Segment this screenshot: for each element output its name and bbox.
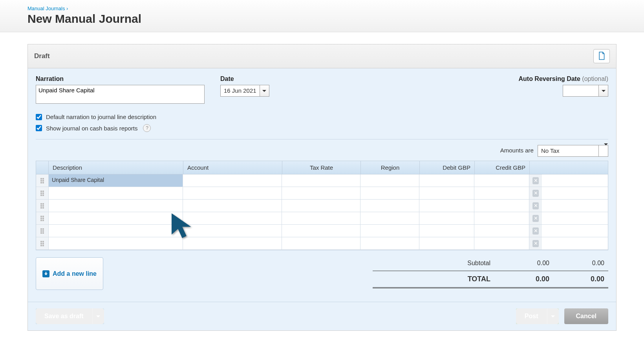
totals: Subtotal 0.00 0.00 TOTAL 0.00 0.00 — [373, 257, 608, 290]
post-dropdown[interactable] — [547, 308, 559, 324]
cell-region[interactable] — [360, 187, 419, 199]
cell-description[interactable] — [49, 225, 183, 237]
col-account: Account — [183, 161, 282, 174]
cell-account[interactable] — [183, 225, 282, 237]
delete-row-button[interactable]: ✕ — [529, 212, 542, 224]
optional-hint: (optional) — [582, 75, 608, 82]
table-row[interactable]: Unpaid Share Capital✕ — [36, 174, 608, 187]
cell-account[interactable] — [183, 187, 282, 199]
date-group: Date 16 Jun 2021 — [220, 75, 269, 105]
cell-debit[interactable] — [419, 237, 474, 249]
date-dropdown-trigger[interactable] — [260, 85, 269, 96]
cell-debit[interactable] — [419, 174, 474, 187]
attach-file-button[interactable] — [593, 49, 610, 63]
cell-taxrate[interactable] — [282, 237, 360, 249]
table-row[interactable]: ✕ — [36, 187, 608, 200]
cell-description[interactable] — [49, 212, 183, 224]
cell-region[interactable] — [360, 237, 419, 249]
delete-row-button[interactable]: ✕ — [529, 187, 542, 199]
drag-handle[interactable] — [36, 200, 49, 212]
delete-row-button[interactable]: ✕ — [529, 174, 542, 187]
cell-taxrate[interactable] — [282, 187, 360, 199]
journal-lines-grid: Description Account Tax Rate Region Debi… — [36, 161, 608, 250]
close-icon: ✕ — [532, 227, 539, 235]
post-button[interactable]: Post — [516, 308, 547, 324]
save-draft-button[interactable]: Save as draft — [36, 308, 92, 324]
drag-handle[interactable] — [36, 212, 49, 224]
cell-taxrate[interactable] — [282, 212, 360, 224]
cell-credit[interactable] — [474, 212, 529, 224]
cell-region[interactable] — [360, 200, 419, 212]
cell-account[interactable] — [183, 200, 282, 212]
cell-description[interactable] — [49, 237, 183, 249]
cell-taxrate[interactable] — [282, 200, 360, 212]
drag-handle[interactable] — [36, 174, 49, 187]
cell-debit[interactable] — [419, 187, 474, 199]
cell-region[interactable] — [360, 174, 419, 187]
col-debit: Debit GBP — [419, 161, 474, 174]
post-split: Post — [516, 308, 559, 324]
drag-handle[interactable] — [36, 237, 49, 249]
drag-handle[interactable] — [36, 187, 49, 199]
reversing-dropdown-trigger[interactable] — [598, 85, 608, 96]
cell-account[interactable] — [183, 237, 282, 249]
reversing-label: Auto Reversing Date (optional) — [518, 75, 608, 82]
cell-credit[interactable] — [474, 187, 529, 199]
breadcrumb-link[interactable]: Manual Journals — [27, 6, 65, 11]
panel-header: Draft — [28, 44, 616, 68]
add-line-label: Add a new line — [53, 270, 97, 277]
cell-debit[interactable] — [419, 200, 474, 212]
date-value[interactable]: 16 Jun 2021 — [221, 85, 260, 96]
cell-taxrate[interactable] — [282, 174, 360, 187]
cell-region[interactable] — [360, 225, 419, 237]
add-line-button[interactable]: Add a new line — [36, 257, 103, 290]
cell-account[interactable] — [183, 212, 282, 224]
cash-basis-checkbox[interactable] — [36, 125, 42, 131]
narration-label: Narration — [36, 75, 205, 82]
total-label: TOTAL — [373, 275, 498, 283]
breadcrumb-sep: › — [66, 6, 68, 11]
delete-row-button[interactable]: ✕ — [529, 200, 542, 212]
delete-row-button[interactable]: ✕ — [529, 225, 542, 237]
cell-debit[interactable] — [419, 225, 474, 237]
close-icon: ✕ — [532, 190, 539, 197]
cell-description[interactable]: Unpaid Share Capital — [49, 174, 183, 187]
cell-account[interactable] — [183, 174, 282, 187]
cell-region[interactable] — [360, 212, 419, 224]
subtotal-debit: 0.00 — [498, 260, 553, 267]
cell-credit[interactable] — [474, 225, 529, 237]
subtotal-credit: 0.00 — [553, 260, 608, 267]
grid-header: Description Account Tax Rate Region Debi… — [36, 161, 608, 174]
plus-icon — [42, 270, 49, 277]
tax-value: No Tax — [538, 145, 598, 156]
reversing-group: Auto Reversing Date (optional) — [518, 75, 608, 105]
tax-dropdown-trigger[interactable] — [598, 145, 608, 156]
cell-credit[interactable] — [474, 237, 529, 249]
cash-basis-label: Show journal on cash basis reports — [46, 125, 137, 132]
delete-row-button[interactable]: ✕ — [529, 237, 542, 249]
narration-input[interactable] — [36, 85, 205, 104]
reversing-value[interactable] — [563, 85, 598, 96]
cell-description[interactable] — [49, 187, 183, 199]
total-credit: 0.00 — [553, 275, 608, 283]
table-row[interactable]: ✕ — [36, 212, 608, 225]
reversing-date-picker[interactable] — [563, 85, 608, 97]
tax-select[interactable]: No Tax — [538, 145, 608, 157]
table-row[interactable]: ✕ — [36, 200, 608, 212]
date-label: Date — [220, 75, 269, 82]
col-region: Region — [360, 161, 419, 174]
page-header: Manual Journals › New Manual Journal — [0, 0, 644, 32]
cell-description[interactable] — [49, 200, 183, 212]
table-row[interactable]: ✕ — [36, 237, 608, 250]
cancel-button[interactable]: Cancel — [564, 308, 608, 324]
cell-credit[interactable] — [474, 174, 529, 187]
drag-handle[interactable] — [36, 225, 49, 237]
cell-credit[interactable] — [474, 200, 529, 212]
table-row[interactable]: ✕ — [36, 225, 608, 237]
default-narration-checkbox[interactable] — [36, 114, 42, 120]
help-icon[interactable]: ? — [143, 124, 151, 132]
date-picker[interactable]: 16 Jun 2021 — [220, 85, 269, 97]
save-draft-dropdown[interactable] — [92, 308, 104, 324]
cell-taxrate[interactable] — [282, 225, 360, 237]
cell-debit[interactable] — [419, 212, 474, 224]
